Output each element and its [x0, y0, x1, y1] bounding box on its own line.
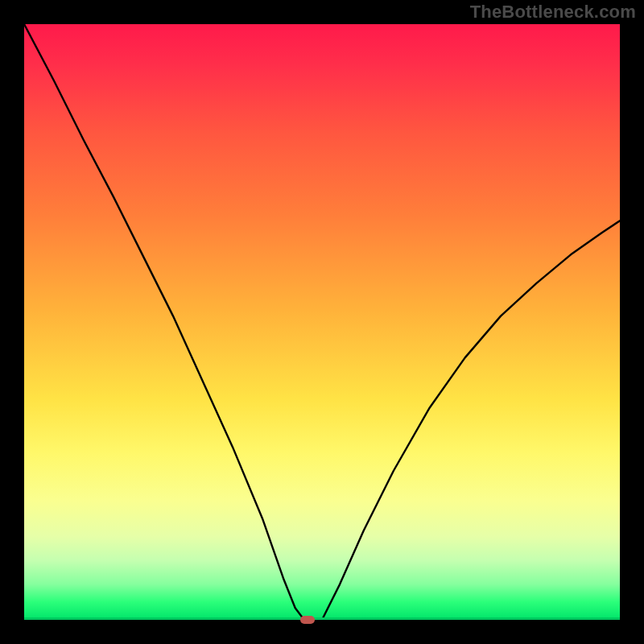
- x-axis-baseline: [24, 617, 620, 620]
- chart-container: TheBottleneck.com: [0, 0, 644, 644]
- watermark-text: TheBottleneck.com: [470, 2, 636, 23]
- optimal-point-marker: [300, 616, 315, 624]
- plot-area: [24, 24, 620, 620]
- bottleneck-curve: [24, 24, 620, 620]
